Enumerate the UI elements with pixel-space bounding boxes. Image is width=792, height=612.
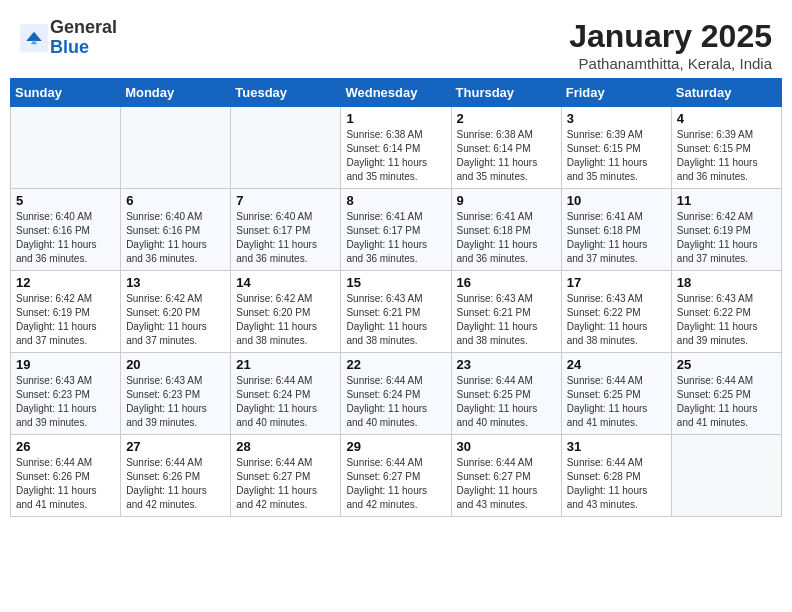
- day-number: 25: [677, 357, 776, 372]
- page-header: General Blue January 2025 Pathanamthitta…: [10, 10, 782, 78]
- day-number: 30: [457, 439, 556, 454]
- calendar-cell: 19Sunrise: 6:43 AM Sunset: 6:23 PM Dayli…: [11, 353, 121, 435]
- day-info: Sunrise: 6:38 AM Sunset: 6:14 PM Dayligh…: [346, 128, 445, 184]
- calendar-cell: [671, 435, 781, 517]
- weekday-header-saturday: Saturday: [671, 79, 781, 107]
- day-info: Sunrise: 6:44 AM Sunset: 6:27 PM Dayligh…: [457, 456, 556, 512]
- calendar-cell: 14Sunrise: 6:42 AM Sunset: 6:20 PM Dayli…: [231, 271, 341, 353]
- day-number: 7: [236, 193, 335, 208]
- weekday-header-wednesday: Wednesday: [341, 79, 451, 107]
- day-number: 1: [346, 111, 445, 126]
- calendar-cell: 20Sunrise: 6:43 AM Sunset: 6:23 PM Dayli…: [121, 353, 231, 435]
- calendar-cell: [121, 107, 231, 189]
- day-info: Sunrise: 6:44 AM Sunset: 6:25 PM Dayligh…: [567, 374, 666, 430]
- day-info: Sunrise: 6:38 AM Sunset: 6:14 PM Dayligh…: [457, 128, 556, 184]
- calendar-cell: 11Sunrise: 6:42 AM Sunset: 6:19 PM Dayli…: [671, 189, 781, 271]
- calendar-week-3: 12Sunrise: 6:42 AM Sunset: 6:19 PM Dayli…: [11, 271, 782, 353]
- calendar-cell: 8Sunrise: 6:41 AM Sunset: 6:17 PM Daylig…: [341, 189, 451, 271]
- calendar-cell: 17Sunrise: 6:43 AM Sunset: 6:22 PM Dayli…: [561, 271, 671, 353]
- day-number: 5: [16, 193, 115, 208]
- calendar-cell: 9Sunrise: 6:41 AM Sunset: 6:18 PM Daylig…: [451, 189, 561, 271]
- calendar-week-4: 19Sunrise: 6:43 AM Sunset: 6:23 PM Dayli…: [11, 353, 782, 435]
- day-info: Sunrise: 6:41 AM Sunset: 6:18 PM Dayligh…: [567, 210, 666, 266]
- day-number: 8: [346, 193, 445, 208]
- calendar-cell: 7Sunrise: 6:40 AM Sunset: 6:17 PM Daylig…: [231, 189, 341, 271]
- month-title: January 2025: [569, 18, 772, 55]
- day-number: 9: [457, 193, 556, 208]
- weekday-header-row: SundayMondayTuesdayWednesdayThursdayFrid…: [11, 79, 782, 107]
- calendar-cell: 5Sunrise: 6:40 AM Sunset: 6:16 PM Daylig…: [11, 189, 121, 271]
- day-info: Sunrise: 6:43 AM Sunset: 6:21 PM Dayligh…: [346, 292, 445, 348]
- logo-blue: Blue: [50, 38, 117, 58]
- title-block: January 2025 Pathanamthitta, Kerala, Ind…: [569, 18, 772, 72]
- calendar-cell: 25Sunrise: 6:44 AM Sunset: 6:25 PM Dayli…: [671, 353, 781, 435]
- day-info: Sunrise: 6:43 AM Sunset: 6:22 PM Dayligh…: [677, 292, 776, 348]
- calendar-table: SundayMondayTuesdayWednesdayThursdayFrid…: [10, 78, 782, 517]
- day-info: Sunrise: 6:41 AM Sunset: 6:18 PM Dayligh…: [457, 210, 556, 266]
- day-number: 10: [567, 193, 666, 208]
- day-info: Sunrise: 6:42 AM Sunset: 6:20 PM Dayligh…: [236, 292, 335, 348]
- logo-general: General: [50, 18, 117, 38]
- day-number: 23: [457, 357, 556, 372]
- day-info: Sunrise: 6:41 AM Sunset: 6:17 PM Dayligh…: [346, 210, 445, 266]
- calendar-cell: 15Sunrise: 6:43 AM Sunset: 6:21 PM Dayli…: [341, 271, 451, 353]
- day-number: 21: [236, 357, 335, 372]
- calendar-cell: 23Sunrise: 6:44 AM Sunset: 6:25 PM Dayli…: [451, 353, 561, 435]
- day-info: Sunrise: 6:44 AM Sunset: 6:25 PM Dayligh…: [677, 374, 776, 430]
- day-number: 29: [346, 439, 445, 454]
- calendar-cell: 16Sunrise: 6:43 AM Sunset: 6:21 PM Dayli…: [451, 271, 561, 353]
- logo: General Blue: [20, 18, 117, 58]
- calendar-cell: 1Sunrise: 6:38 AM Sunset: 6:14 PM Daylig…: [341, 107, 451, 189]
- calendar-cell: 26Sunrise: 6:44 AM Sunset: 6:26 PM Dayli…: [11, 435, 121, 517]
- day-number: 12: [16, 275, 115, 290]
- day-number: 20: [126, 357, 225, 372]
- calendar-cell: 28Sunrise: 6:44 AM Sunset: 6:27 PM Dayli…: [231, 435, 341, 517]
- day-number: 31: [567, 439, 666, 454]
- calendar-cell: [11, 107, 121, 189]
- day-number: 3: [567, 111, 666, 126]
- calendar-cell: 21Sunrise: 6:44 AM Sunset: 6:24 PM Dayli…: [231, 353, 341, 435]
- weekday-header-monday: Monday: [121, 79, 231, 107]
- location: Pathanamthitta, Kerala, India: [569, 55, 772, 72]
- day-info: Sunrise: 6:44 AM Sunset: 6:28 PM Dayligh…: [567, 456, 666, 512]
- weekday-header-thursday: Thursday: [451, 79, 561, 107]
- weekday-header-friday: Friday: [561, 79, 671, 107]
- calendar-cell: 2Sunrise: 6:38 AM Sunset: 6:14 PM Daylig…: [451, 107, 561, 189]
- day-number: 11: [677, 193, 776, 208]
- day-number: 13: [126, 275, 225, 290]
- day-number: 4: [677, 111, 776, 126]
- calendar-cell: 6Sunrise: 6:40 AM Sunset: 6:16 PM Daylig…: [121, 189, 231, 271]
- day-info: Sunrise: 6:43 AM Sunset: 6:22 PM Dayligh…: [567, 292, 666, 348]
- logo-text: General Blue: [50, 18, 117, 58]
- calendar-cell: 18Sunrise: 6:43 AM Sunset: 6:22 PM Dayli…: [671, 271, 781, 353]
- day-info: Sunrise: 6:40 AM Sunset: 6:16 PM Dayligh…: [126, 210, 225, 266]
- day-info: Sunrise: 6:44 AM Sunset: 6:26 PM Dayligh…: [16, 456, 115, 512]
- day-info: Sunrise: 6:42 AM Sunset: 6:20 PM Dayligh…: [126, 292, 225, 348]
- weekday-header-sunday: Sunday: [11, 79, 121, 107]
- day-info: Sunrise: 6:40 AM Sunset: 6:16 PM Dayligh…: [16, 210, 115, 266]
- day-info: Sunrise: 6:44 AM Sunset: 6:27 PM Dayligh…: [236, 456, 335, 512]
- calendar-cell: 12Sunrise: 6:42 AM Sunset: 6:19 PM Dayli…: [11, 271, 121, 353]
- calendar-cell: 10Sunrise: 6:41 AM Sunset: 6:18 PM Dayli…: [561, 189, 671, 271]
- day-info: Sunrise: 6:43 AM Sunset: 6:23 PM Dayligh…: [16, 374, 115, 430]
- day-info: Sunrise: 6:44 AM Sunset: 6:25 PM Dayligh…: [457, 374, 556, 430]
- day-info: Sunrise: 6:44 AM Sunset: 6:24 PM Dayligh…: [346, 374, 445, 430]
- day-info: Sunrise: 6:44 AM Sunset: 6:26 PM Dayligh…: [126, 456, 225, 512]
- day-info: Sunrise: 6:44 AM Sunset: 6:27 PM Dayligh…: [346, 456, 445, 512]
- day-number: 28: [236, 439, 335, 454]
- day-number: 6: [126, 193, 225, 208]
- calendar-week-2: 5Sunrise: 6:40 AM Sunset: 6:16 PM Daylig…: [11, 189, 782, 271]
- day-number: 27: [126, 439, 225, 454]
- calendar-week-1: 1Sunrise: 6:38 AM Sunset: 6:14 PM Daylig…: [11, 107, 782, 189]
- day-info: Sunrise: 6:39 AM Sunset: 6:15 PM Dayligh…: [677, 128, 776, 184]
- day-info: Sunrise: 6:40 AM Sunset: 6:17 PM Dayligh…: [236, 210, 335, 266]
- calendar-cell: 27Sunrise: 6:44 AM Sunset: 6:26 PM Dayli…: [121, 435, 231, 517]
- day-info: Sunrise: 6:42 AM Sunset: 6:19 PM Dayligh…: [16, 292, 115, 348]
- day-number: 26: [16, 439, 115, 454]
- day-number: 17: [567, 275, 666, 290]
- calendar-cell: 30Sunrise: 6:44 AM Sunset: 6:27 PM Dayli…: [451, 435, 561, 517]
- day-number: 18: [677, 275, 776, 290]
- day-number: 19: [16, 357, 115, 372]
- day-number: 2: [457, 111, 556, 126]
- calendar-cell: 29Sunrise: 6:44 AM Sunset: 6:27 PM Dayli…: [341, 435, 451, 517]
